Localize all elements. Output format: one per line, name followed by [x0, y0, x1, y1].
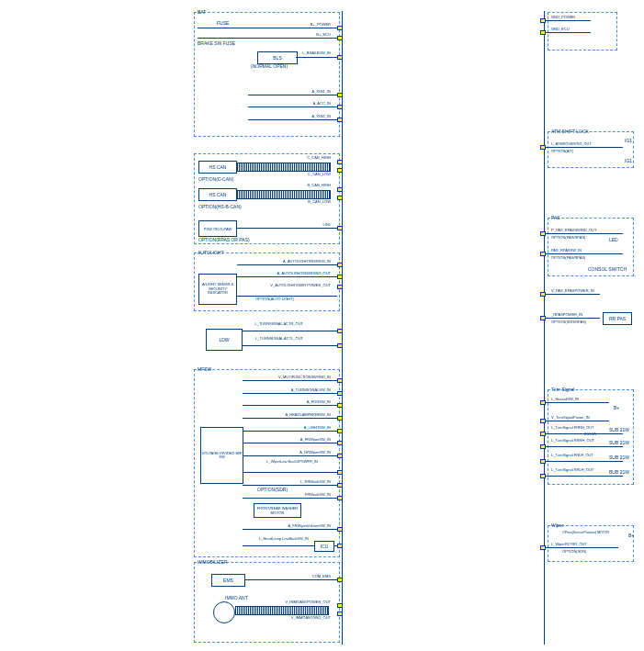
- conn: [337, 403, 343, 408]
- mfsw-s8: L_WiperLow BackUPSWFR_IN: [254, 459, 318, 464]
- conn: [337, 612, 343, 616]
- conn: [540, 252, 546, 256]
- bls-sub: (NORMAL OPEN): [251, 63, 288, 69]
- ems-box: EMS: [211, 574, 245, 587]
- conn: [337, 527, 343, 532]
- wiper-opt: OPtion(ServicePosition) MOTOR: [562, 531, 627, 534]
- pas-s4: _RPASPOWER_IN: [551, 312, 582, 317]
- immo-shield: [235, 606, 329, 615]
- conn: [337, 93, 343, 97]
- conn: [337, 226, 343, 230]
- consol-label: CONSOL SWITCH: [588, 266, 627, 272]
- mfsw-s7: A_RRWiperSW_IN: [257, 450, 331, 455]
- wire: [243, 418, 337, 419]
- mfsw-s11: A_FRWiperVolumeSW_IN: [248, 523, 331, 528]
- b-ecu-sig: B+_ECU: [276, 32, 331, 37]
- conn: [337, 55, 343, 60]
- conn: [337, 544, 343, 548]
- wire: [243, 405, 337, 406]
- conn: [337, 603, 343, 608]
- opt-hsb: OPTION(HS-B-CAN): [198, 204, 242, 209]
- gnd-power: GND_POWER: [551, 15, 575, 19]
- b-low: B_CAN_LOW: [276, 199, 331, 204]
- com-ems: COM_EMS: [266, 574, 331, 578]
- conn: [540, 292, 546, 297]
- bls-text: BLS: [273, 55, 281, 61]
- turn-rrlh: L_TurnSignal RRLH_OUT: [551, 467, 593, 472]
- conn: [337, 160, 343, 164]
- mfsw-s3: A_FOGSW_IN: [257, 399, 331, 404]
- mfsw-box: VOLTAGE DIVIDED M/F SW: [200, 427, 243, 484]
- al-sig2: A_AUTOLIGHTSNSRGND_OUT: [248, 271, 331, 275]
- wire: [545, 461, 623, 462]
- wire: [243, 393, 337, 394]
- immo-title: IMMOBILIZER: [198, 559, 228, 565]
- pas-s3: V_PAS_RPASPOWER_IN: [551, 288, 594, 293]
- brake-sw-fuse: BRAKE SW FUSE: [198, 40, 235, 46]
- opt-rpas: OPTION(RPAS OR PAS): [198, 237, 250, 242]
- mfsw-s12: L_HeadLamp LowBackSW_IN: [254, 536, 309, 541]
- conn: [337, 483, 343, 488]
- conn: [337, 36, 343, 40]
- alight-sensor-box: A/LIGHT SENSR & SECURITY INDICATOR: [198, 274, 237, 305]
- wire: [545, 294, 600, 295]
- ign1-sig: A_IGN1_IN: [276, 89, 331, 94]
- wire: [545, 233, 623, 234]
- conn: [337, 329, 343, 333]
- immo-ant-label: IMMO ANT: [225, 595, 248, 600]
- conn: [540, 419, 546, 423]
- pas-title: PAS: [551, 215, 560, 220]
- sub1: SUB 21W: [609, 427, 629, 432]
- conn: [540, 145, 546, 150]
- ldw-sig2: L_TURNSIGNAL ACTL_OUT: [248, 336, 303, 341]
- immo-ant-box: [213, 601, 235, 623]
- wire: [243, 380, 337, 381]
- icu-text: ICU: [321, 544, 329, 549]
- atm-title: ATM SHIFT LOCK: [551, 129, 589, 134]
- conn: [540, 316, 546, 320]
- conn: [337, 416, 343, 421]
- wire: [248, 95, 337, 95]
- wire: [243, 345, 337, 346]
- conn: [337, 105, 343, 109]
- can-shield: [237, 163, 331, 172]
- b555: B 55.5W: [584, 432, 596, 436]
- conn: [337, 118, 343, 122]
- l-brakesw: L_BRAKESW_IN: [294, 51, 331, 55]
- conn: [540, 400, 546, 405]
- pas-opt3: OPTION(SDR/RPAS): [551, 320, 586, 324]
- pas-opt2: OPTION(PAS/RPAS): [551, 255, 585, 260]
- atm-opt: OPTION(A/T): [551, 149, 573, 153]
- turn-rrrh: L_TurnSignal RRRH_OUT: [551, 438, 594, 443]
- c-high: C_CAN_HIGH: [276, 155, 331, 160]
- gnd-ecu: GND_ECU: [551, 27, 570, 31]
- lin1-sig: LIN1: [276, 222, 331, 227]
- ig1b: IG1: [625, 158, 632, 163]
- wire: [198, 28, 337, 28]
- immo-p2: V_IMMOANTGND_OUT: [248, 615, 331, 620]
- mfsw-s4: A_HEADLAMPHIGHSW_IN: [248, 412, 331, 417]
- wire: [198, 38, 337, 39]
- pas-opt1: OPTION(PAS/RPAS): [551, 235, 585, 240]
- wire: [243, 498, 337, 499]
- icu-box: ICU: [314, 541, 334, 552]
- pas-s1: P_PAS_RPASSWIND_OUT: [551, 228, 596, 232]
- wire: [243, 331, 337, 331]
- hscan-text: HS CAN: [209, 164, 227, 170]
- conn: [540, 545, 546, 550]
- hscan-box2: HS CAN: [198, 188, 237, 201]
- wire: [243, 443, 337, 443]
- ems-text: EMS: [223, 578, 233, 583]
- turn-pwr: V_TurnSignalPower_IN: [551, 415, 590, 420]
- conn: [540, 444, 546, 449]
- wire: [243, 455, 337, 456]
- wire: [237, 264, 337, 265]
- conn: [540, 18, 546, 23]
- mfsw-s6: A_FRWiperSW_IN: [257, 437, 331, 442]
- conn: [540, 474, 546, 478]
- wiper-opt2: OPTION(SDR): [562, 549, 586, 554]
- ign2-sig: A_IGN2_IN: [276, 114, 331, 118]
- wire: [545, 147, 623, 148]
- mfsw-s9: L_RRWashSW_IN: [257, 479, 331, 484]
- conn: [337, 496, 343, 500]
